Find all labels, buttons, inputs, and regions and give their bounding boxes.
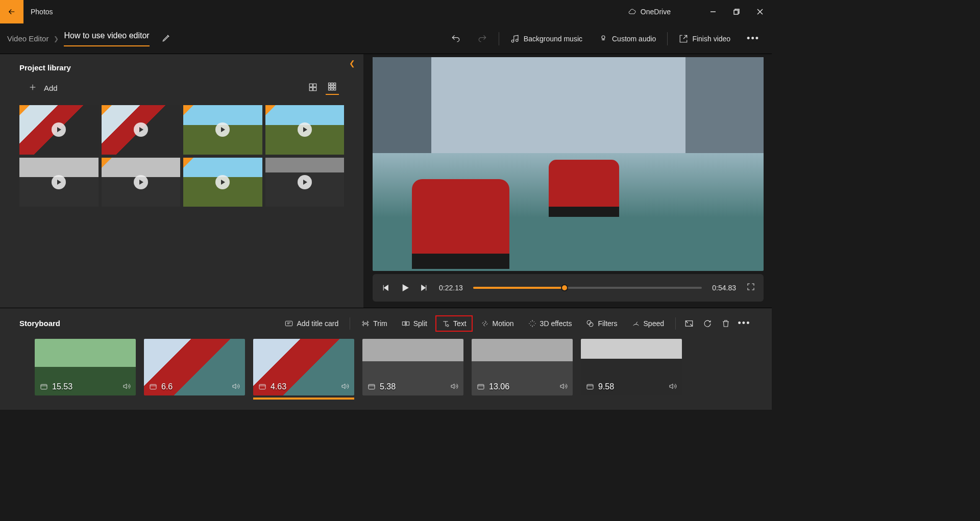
storyboard-clip[interactable]: 6.6 bbox=[144, 339, 245, 395]
duration-icon bbox=[368, 383, 376, 391]
grid-large-button[interactable] bbox=[306, 82, 320, 95]
play-icon bbox=[52, 122, 66, 137]
more-button[interactable]: ••• bbox=[742, 29, 765, 48]
storyboard-clip[interactable]: 5.38 bbox=[362, 339, 463, 395]
minimize-button[interactable] bbox=[701, 4, 725, 20]
duration-icon bbox=[40, 383, 48, 391]
onedrive-button[interactable]: OneDrive bbox=[628, 8, 671, 16]
storyboard-panel: Storyboard Add title card Trim Split Tex… bbox=[0, 308, 772, 410]
resize-button[interactable] bbox=[681, 315, 697, 332]
next-frame-button[interactable] bbox=[420, 283, 429, 292]
text-button[interactable]: Text bbox=[435, 315, 473, 332]
storyboard-clip[interactable]: 9.58 bbox=[581, 339, 682, 395]
close-button[interactable] bbox=[748, 4, 772, 20]
trim-icon bbox=[361, 319, 370, 328]
fullscreen-button[interactable] bbox=[746, 282, 755, 293]
add-media-button[interactable]: Add bbox=[24, 79, 62, 97]
svg-rect-26 bbox=[478, 384, 484, 389]
storyboard-title: Storyboard bbox=[19, 319, 60, 328]
svg-point-1 bbox=[602, 36, 605, 39]
undo-button[interactable] bbox=[446, 30, 466, 48]
svg-rect-14 bbox=[334, 88, 336, 90]
app-title: Photos bbox=[31, 8, 53, 16]
background-music-label: Background music bbox=[524, 35, 582, 43]
library-title: Project library bbox=[19, 63, 71, 72]
svg-rect-17 bbox=[406, 321, 409, 325]
library-item[interactable] bbox=[183, 158, 262, 207]
sparkle-icon bbox=[528, 319, 536, 328]
delete-button[interactable] bbox=[718, 315, 734, 332]
collapse-library-button[interactable]: ❮ bbox=[346, 56, 358, 70]
seek-slider[interactable] bbox=[473, 287, 702, 289]
svg-rect-4 bbox=[309, 87, 312, 90]
split-icon bbox=[402, 319, 410, 328]
volume-icon[interactable] bbox=[232, 382, 240, 390]
3d-effects-button[interactable]: 3D effects bbox=[522, 315, 578, 332]
prev-frame-button[interactable] bbox=[381, 283, 390, 292]
library-item[interactable] bbox=[183, 105, 262, 155]
more-tools-button[interactable]: ••• bbox=[736, 315, 752, 332]
main-content: Project library ❮ Add bbox=[0, 54, 772, 308]
storyboard-clip[interactable]: 13.06 bbox=[472, 339, 573, 395]
motion-button[interactable]: Motion bbox=[475, 315, 520, 332]
trim-button[interactable]: Trim bbox=[355, 315, 393, 332]
library-item[interactable] bbox=[19, 105, 99, 155]
filters-button[interactable]: Filters bbox=[580, 315, 623, 332]
video-preview[interactable] bbox=[373, 57, 764, 271]
project-title[interactable]: How to use video editor bbox=[64, 31, 149, 46]
duration-icon bbox=[258, 383, 266, 391]
speed-icon bbox=[632, 319, 640, 328]
add-title-card-button[interactable]: Add title card bbox=[279, 315, 345, 332]
svg-rect-0 bbox=[734, 10, 738, 14]
volume-icon[interactable] bbox=[559, 382, 568, 390]
filters-icon bbox=[586, 319, 594, 328]
play-icon bbox=[298, 122, 312, 137]
play-button[interactable] bbox=[400, 283, 409, 292]
speed-button[interactable]: Speed bbox=[626, 315, 670, 332]
storyboard-clip[interactable]: 4.63 bbox=[253, 339, 354, 395]
play-icon bbox=[134, 122, 148, 137]
titlebar: Photos OneDrive bbox=[0, 0, 772, 23]
custom-audio-label: Custom audio bbox=[612, 35, 656, 43]
library-grid bbox=[0, 102, 363, 210]
rotate-button[interactable] bbox=[699, 315, 716, 332]
split-button[interactable]: Split bbox=[396, 315, 433, 332]
used-badge-icon bbox=[265, 105, 276, 115]
library-item[interactable] bbox=[265, 105, 345, 155]
onedrive-label: OneDrive bbox=[641, 8, 671, 16]
volume-icon[interactable] bbox=[450, 382, 458, 390]
svg-rect-27 bbox=[587, 384, 593, 389]
preview-panel: 0:22.13 0:54.83 bbox=[363, 54, 772, 308]
play-icon bbox=[134, 175, 148, 189]
play-icon bbox=[215, 122, 230, 137]
volume-icon[interactable] bbox=[341, 382, 349, 390]
library-item[interactable] bbox=[19, 158, 99, 207]
back-button[interactable] bbox=[0, 0, 23, 23]
svg-rect-24 bbox=[259, 384, 265, 389]
svg-rect-12 bbox=[329, 88, 331, 90]
library-item[interactable] bbox=[102, 105, 181, 155]
rename-button[interactable] bbox=[162, 33, 171, 44]
storyboard-clip[interactable]: 15.53 bbox=[35, 339, 136, 395]
redo-button[interactable] bbox=[472, 30, 493, 48]
svg-rect-5 bbox=[313, 87, 316, 90]
svg-rect-22 bbox=[41, 384, 47, 389]
svg-rect-6 bbox=[329, 83, 331, 85]
storyboard-toolbar: Add title card Trim Split Text Motion 3D… bbox=[279, 315, 752, 332]
breadcrumb-root[interactable]: Video Editor bbox=[7, 34, 48, 43]
library-item[interactable] bbox=[102, 158, 181, 207]
grid-small-button[interactable] bbox=[326, 82, 339, 95]
music-icon bbox=[510, 34, 520, 43]
finish-video-button[interactable]: Finish video bbox=[674, 30, 736, 47]
volume-icon[interactable] bbox=[669, 382, 677, 390]
play-icon bbox=[215, 175, 230, 189]
used-badge-icon bbox=[19, 105, 30, 115]
duration-icon bbox=[586, 383, 594, 391]
svg-rect-16 bbox=[402, 321, 405, 325]
background-music-button[interactable]: Background music bbox=[505, 30, 587, 47]
library-item[interactable] bbox=[265, 158, 345, 207]
maximize-button[interactable] bbox=[725, 4, 748, 20]
custom-audio-button[interactable]: Custom audio bbox=[594, 30, 661, 47]
project-library-panel: Project library ❮ Add bbox=[0, 54, 363, 308]
volume-icon[interactable] bbox=[122, 382, 131, 390]
